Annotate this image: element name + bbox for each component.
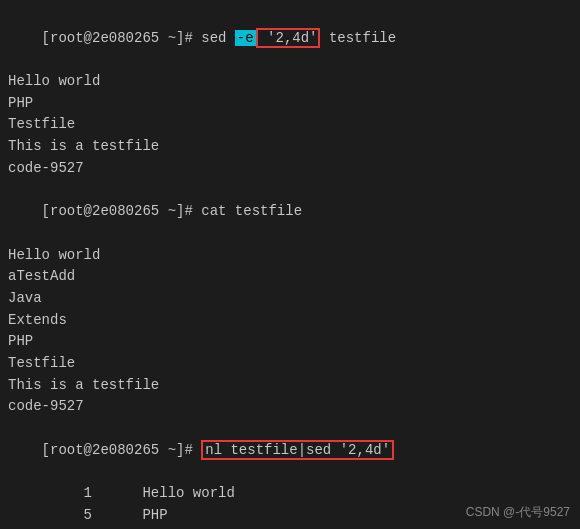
output-line-2: PHP (8, 93, 572, 115)
cat-output-5: PHP (8, 331, 572, 353)
cmd-testfile-1: testfile (320, 30, 396, 46)
watermark: CSDN @-代号9527 (466, 504, 570, 521)
output-line-4: This is a testfile (8, 136, 572, 158)
nl-cmd-boxed: nl testfile|sed '2,4d' (201, 440, 394, 460)
flag-e-highlight: -e (235, 30, 256, 46)
cat-output-2: aTestAdd (8, 266, 572, 288)
command-line-2: [root@2e080265 ~]# cat testfile (8, 180, 572, 245)
cat-output-6: Testfile (8, 353, 572, 375)
output-line-1: Hello world (8, 71, 572, 93)
command-line-3: [root@2e080265 ~]# nl testfile|sed '2,4d… (8, 418, 572, 483)
arg-2d-highlight: '2,4d' (256, 28, 321, 48)
prompt-2: [root@2e080265 ~]# (42, 203, 202, 219)
prompt-1: [root@2e080265 ~]# (42, 30, 202, 46)
cat-output-4: Extends (8, 310, 572, 332)
nl-output-1: 1 Hello world (8, 483, 572, 505)
cat-output-1: Hello world (8, 245, 572, 267)
cmd-cat: cat testfile (201, 203, 302, 219)
prompt-3: [root@2e080265 ~]# (42, 442, 202, 458)
output-line-3: Testfile (8, 114, 572, 136)
cat-output-8: code-9527 (8, 396, 572, 418)
command-line-1: [root@2e080265 ~]# sed -e '2,4d' testfil… (8, 6, 572, 71)
cat-output-7: This is a testfile (8, 375, 572, 397)
terminal-window: [root@2e080265 ~]# sed -e '2,4d' testfil… (0, 0, 580, 529)
cat-output-3: Java (8, 288, 572, 310)
cmd-sed: sed (201, 30, 235, 46)
output-line-5: code-9527 (8, 158, 572, 180)
